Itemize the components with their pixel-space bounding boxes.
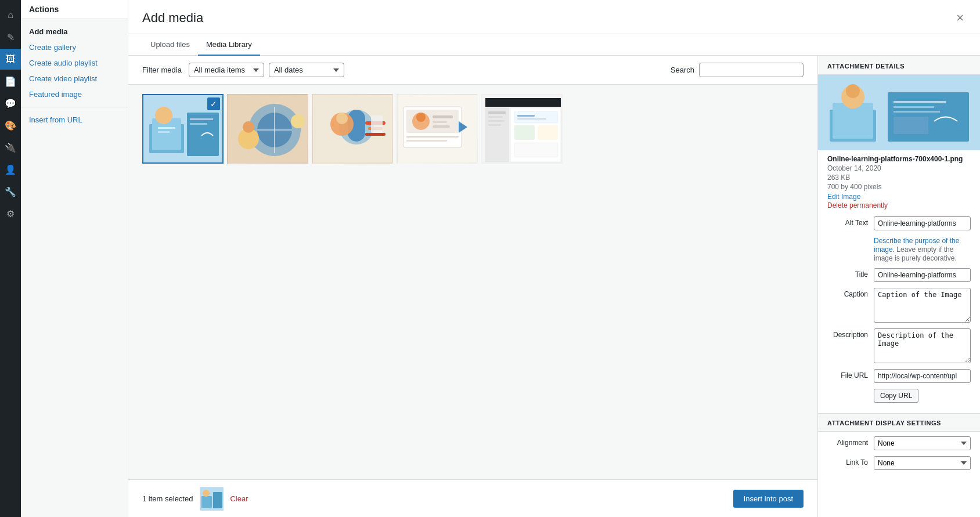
svg-rect-63: [893, 111, 940, 113]
svg-rect-52: [201, 496, 212, 508]
svg-rect-32: [433, 121, 447, 123]
title-field-row: Title: [827, 268, 971, 282]
svg-rect-41: [488, 111, 506, 114]
svg-point-21: [336, 113, 348, 124]
alt-text-input[interactable]: [874, 216, 971, 230]
actions-title: Actions: [21, 0, 128, 19]
title-input[interactable]: [874, 268, 971, 282]
svg-rect-24: [365, 133, 385, 136]
attachment-thumbnail: [818, 75, 980, 150]
nav-create-video-playlist[interactable]: Create video playlist: [21, 71, 128, 86]
link-to-label: Link To: [827, 456, 874, 467]
admin-sidebar: ⌂ ✎ 🖼 📄 💬 🎨 🔌 👤 🔧 ⚙: [0, 0, 21, 517]
media-item[interactable]: [397, 94, 478, 164]
svg-rect-62: [893, 106, 934, 108]
svg-rect-8: [190, 123, 207, 125]
nav-create-audio-playlist[interactable]: Create audio playlist: [21, 55, 128, 71]
attachment-size: 263 KB: [827, 173, 971, 182]
media-grid-wrapper: ✓: [128, 85, 817, 479]
users-icon[interactable]: 👤: [0, 159, 21, 180]
nav-create-gallery[interactable]: Create gallery: [21, 39, 128, 55]
tab-upload-files[interactable]: Upload files: [142, 34, 198, 56]
appearance-icon[interactable]: 🎨: [0, 115, 21, 136]
svg-point-53: [203, 490, 210, 497]
svg-rect-49: [517, 115, 535, 117]
description-label: Description: [827, 328, 874, 339]
settings-icon[interactable]: ⚙: [0, 203, 21, 224]
description-textarea[interactable]: Description of the Image: [874, 328, 971, 363]
svg-rect-7: [190, 118, 213, 120]
svg-rect-35: [406, 140, 447, 142]
tools-icon[interactable]: 🔧: [0, 181, 21, 202]
media-item[interactable]: [312, 94, 393, 164]
svg-rect-54: [213, 492, 222, 508]
attachment-filename: Online-learning-platforms-700x400-1.png: [827, 155, 971, 163]
attachment-date: October 14, 2020: [827, 164, 971, 172]
edit-image-link[interactable]: Edit Image: [827, 193, 860, 201]
selected-checkmark: ✓: [207, 97, 220, 110]
media-icon[interactable]: 🖼: [0, 49, 21, 70]
svg-rect-5: [158, 127, 175, 129]
tab-media-library[interactable]: Media Library: [198, 34, 260, 56]
display-settings-fields: Alignment None Left Center Right Link To…: [818, 432, 980, 480]
svg-rect-64: [893, 117, 928, 134]
caption-textarea[interactable]: Caption of the Image: [874, 288, 971, 323]
svg-rect-31: [433, 115, 453, 118]
copy-url-button[interactable]: Copy URL: [874, 389, 918, 403]
media-item[interactable]: ✓: [142, 94, 224, 164]
svg-rect-61: [893, 101, 946, 103]
attachment-fields: Alt Text Describe the purpose of the ima…: [818, 212, 980, 413]
media-item[interactable]: [481, 94, 563, 164]
caption-field-row: Caption Caption of the Image: [827, 288, 971, 323]
description-field-row: Description Description of the Image: [827, 328, 971, 363]
dialog-header: Add media ×: [128, 0, 980, 34]
svg-point-13: [243, 121, 254, 133]
alignment-select[interactable]: None Left Center Right: [874, 436, 971, 450]
comments-icon[interactable]: 💬: [0, 93, 21, 114]
media-grid: ✓: [142, 94, 804, 164]
actions-nav: Add media Create gallery Create audio pl…: [21, 19, 128, 132]
plugins-icon[interactable]: 🔌: [0, 137, 21, 158]
clear-selection-link[interactable]: Clear: [230, 494, 248, 503]
svg-rect-6: [158, 131, 170, 133]
svg-rect-45: [514, 111, 558, 123]
add-media-dialog: Add media × Upload files Media Library F…: [128, 0, 980, 517]
alignment-label: Alignment: [827, 436, 874, 447]
link-to-select[interactable]: None Media File Attachment Page Custom U…: [874, 456, 971, 470]
search-input[interactable]: [699, 63, 804, 77]
search-area: Search: [671, 63, 804, 77]
file-url-input[interactable]: [874, 369, 971, 383]
alt-text-help-row: Describe the purpose of the image. Leave…: [827, 236, 971, 262]
alt-text-label: Alt Text: [827, 216, 874, 227]
delete-permanently-link[interactable]: Delete permanently: [827, 201, 888, 209]
pages-icon[interactable]: 📄: [0, 71, 21, 92]
dialog-body: Filter media All media items All dates S…: [128, 56, 980, 517]
alignment-field-row: Alignment None Left Center Right: [827, 436, 971, 450]
media-type-filter[interactable]: All media items: [189, 63, 264, 77]
dashboard-icon[interactable]: ⌂: [0, 5, 21, 26]
insert-into-post-button[interactable]: Insert into post: [733, 490, 804, 508]
link-to-field-row: Link To None Media File Attachment Page …: [827, 456, 971, 470]
attachment-info: Online-learning-platforms-700x400-1.png …: [818, 150, 980, 212]
media-item[interactable]: [227, 94, 308, 164]
nav-insert-from-url[interactable]: Insert from URL: [21, 112, 128, 128]
posts-icon[interactable]: ✎: [0, 27, 21, 48]
footer-left: 1 item selected Clear: [142, 487, 248, 510]
footer-thumbnail: [200, 487, 223, 510]
close-button[interactable]: ×: [954, 9, 966, 27]
nav-featured-image[interactable]: Featured image: [21, 86, 128, 102]
date-filter[interactable]: All dates: [269, 63, 344, 77]
svg-point-4: [155, 107, 172, 124]
nav-add-media[interactable]: Add media: [21, 24, 128, 39]
svg-rect-38: [485, 98, 561, 107]
svg-rect-46: [514, 125, 535, 140]
dialog-title: Add media: [142, 10, 203, 32]
dialog-tabs: Upload files Media Library: [128, 34, 980, 56]
search-label: Search: [671, 66, 694, 74]
svg-rect-25: [371, 115, 383, 133]
filter-bar: Filter media All media items All dates S…: [128, 56, 817, 85]
svg-rect-47: [538, 125, 558, 140]
copy-url-row: Copy URL: [827, 389, 971, 403]
svg-point-14: [291, 114, 305, 128]
alt-text-help: Describe the purpose of the image. Leave…: [874, 236, 971, 262]
